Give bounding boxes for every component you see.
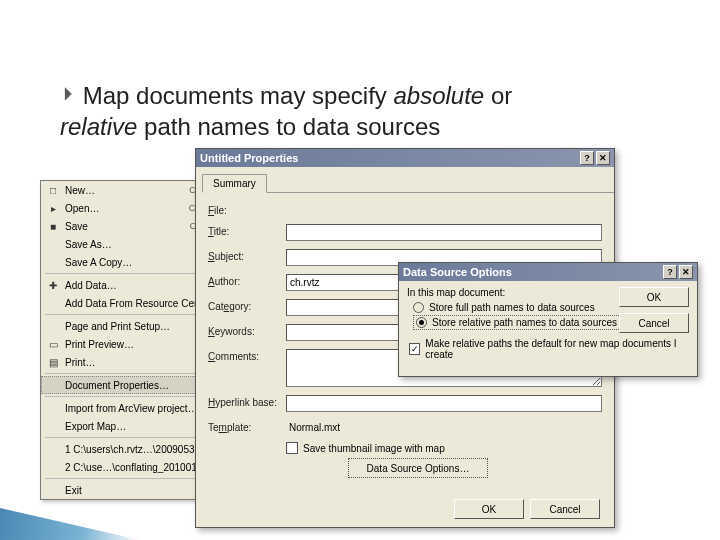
- heading-text-3: path names to data sources: [137, 113, 440, 140]
- props-ok-button[interactable]: OK: [454, 499, 524, 519]
- props-cancel-button[interactable]: Cancel: [530, 499, 600, 519]
- file-menu-item[interactable]: Page and Print Setup…: [41, 317, 219, 335]
- slide-heading: 🞂 Map documents may specify absolute or …: [60, 80, 690, 142]
- props-title: Untitled Properties: [200, 152, 298, 164]
- menu-item-label: Save As…: [65, 239, 215, 250]
- close-icon[interactable]: ✕: [679, 265, 693, 279]
- help-icon[interactable]: ?: [663, 265, 677, 279]
- menu-item-label: Page and Print Setup…: [65, 321, 215, 332]
- label-hyperlinkbase: Hyperlink base:: [208, 395, 286, 408]
- file-menu-item[interactable]: Export Map…: [41, 417, 219, 435]
- label-make-default: Make relative paths the default for new …: [425, 338, 689, 360]
- radio-icon: [416, 317, 427, 328]
- bullet-icon: 🞂: [60, 83, 76, 106]
- checkbox-save-thumbnail[interactable]: [286, 442, 298, 454]
- dso-title: Data Source Options: [403, 266, 512, 278]
- file-menu-item[interactable]: Save As…: [41, 235, 219, 253]
- menu-item-label: Save: [65, 221, 186, 232]
- menu-separator: [45, 273, 215, 274]
- menu-item-label: Print…: [65, 357, 215, 368]
- label-save-thumbnail: Save thumbnail image with map: [303, 443, 445, 454]
- dso-ok-button[interactable]: OK: [619, 287, 689, 307]
- file-menu-item[interactable]: ▤Print…: [41, 353, 219, 371]
- menu-separator: [45, 373, 215, 374]
- label-subject: Subject:: [208, 249, 286, 262]
- heading-em-absolute: absolute: [393, 82, 484, 109]
- file-menu-item[interactable]: Save A Copy…: [41, 253, 219, 271]
- menu-item-label: Save A Copy…: [65, 257, 215, 268]
- menu-item-icon: [45, 460, 61, 474]
- menu-separator: [45, 396, 215, 397]
- file-menu-item[interactable]: ▭Print Preview…: [41, 335, 219, 353]
- file-menu-item[interactable]: 2 C:\use…\conflating_20100123.mxd: [41, 458, 219, 476]
- menu-item-icon: ✚: [45, 278, 61, 292]
- menu-item-icon: [45, 378, 61, 392]
- heading-text-1: Map documents may specify: [83, 82, 394, 109]
- label-category: Category:: [208, 299, 286, 312]
- props-tabs: Summary: [202, 173, 614, 193]
- radio-full-label: Store full path names to data sources: [429, 302, 595, 313]
- menu-item-icon: [45, 296, 61, 310]
- menu-item-label: New…: [65, 185, 185, 196]
- input-hyperlinkbase[interactable]: [286, 395, 602, 412]
- file-menu-item[interactable]: ▸Open…Ctrl+O: [41, 199, 219, 217]
- menu-separator: [45, 478, 215, 479]
- menu-item-label: Print Preview…: [65, 339, 215, 350]
- menu-item-icon: [45, 237, 61, 251]
- props-titlebar[interactable]: Untitled Properties ? ✕: [196, 149, 614, 167]
- close-icon[interactable]: ✕: [596, 151, 610, 165]
- heading-em-relative: relative: [60, 113, 137, 140]
- menu-item-icon: [45, 442, 61, 456]
- label-author: Author:: [208, 274, 286, 287]
- file-menu-item[interactable]: Exit: [41, 481, 219, 499]
- label-template: Template:: [208, 420, 286, 433]
- menu-item-icon: [45, 255, 61, 269]
- file-menu: □New…Ctrl+N▸Open…Ctrl+O■SaveCtrl+SSave A…: [40, 180, 220, 500]
- menu-item-label: Open…: [65, 203, 185, 214]
- menu-item-icon: [45, 401, 61, 415]
- menu-separator: [45, 437, 215, 438]
- tab-summary[interactable]: Summary: [202, 174, 267, 193]
- menu-item-icon: □: [45, 183, 61, 197]
- menu-item-icon: ▭: [45, 337, 61, 351]
- menu-item-label: Export Map…: [65, 421, 215, 432]
- label-keywords: Keywords:: [208, 324, 286, 337]
- input-title[interactable]: [286, 224, 602, 241]
- radio-relative-label: Store relative path names to data source…: [432, 317, 617, 328]
- dso-titlebar[interactable]: Data Source Options ? ✕: [399, 263, 697, 281]
- label-title: Title:: [208, 224, 286, 237]
- menu-item-icon: [45, 483, 61, 497]
- label-comments: Comments:: [208, 349, 286, 362]
- menu-item-icon: ▸: [45, 201, 61, 215]
- menu-item-icon: ▤: [45, 355, 61, 369]
- value-file: [286, 203, 602, 206]
- menu-item-icon: [45, 319, 61, 333]
- checkbox-make-default[interactable]: ✓: [409, 343, 420, 355]
- menu-item-label: Document Properties…: [65, 380, 215, 391]
- menu-item-label: Add Data…: [65, 280, 215, 291]
- menu-separator: [45, 314, 215, 315]
- menu-item-label: Exit: [65, 485, 215, 496]
- file-menu-item[interactable]: ■SaveCtrl+S: [41, 217, 219, 235]
- file-menu-item[interactable]: Document Properties…: [41, 376, 219, 394]
- data-source-options-button[interactable]: Data Source Options…: [348, 458, 488, 478]
- menu-item-icon: ■: [45, 219, 61, 233]
- menu-item-label: Add Data From Resource Center…: [65, 298, 215, 309]
- file-menu-item[interactable]: Add Data From Resource Center…: [41, 294, 219, 312]
- label-file: File:: [208, 203, 286, 216]
- menu-item-label: Import from ArcView project…: [65, 403, 215, 414]
- dso-cancel-button[interactable]: Cancel: [619, 313, 689, 333]
- file-menu-item[interactable]: □New…Ctrl+N: [41, 181, 219, 199]
- menu-item-label: 2 C:\use…\conflating_20100123.mxd: [65, 462, 215, 473]
- file-menu-item[interactable]: Import from ArcView project…: [41, 399, 219, 417]
- value-template: Normal.mxt: [286, 420, 602, 434]
- data-source-options-dialog: Data Source Options ? ✕ In this map docu…: [398, 262, 698, 377]
- file-menu-item[interactable]: ✚Add Data…: [41, 276, 219, 294]
- menu-item-icon: [45, 419, 61, 433]
- help-icon[interactable]: ?: [580, 151, 594, 165]
- file-menu-item[interactable]: 1 C:\users\ch.rvtz…\20090538.mxd: [41, 440, 219, 458]
- menu-item-label: 1 C:\users\ch.rvtz…\20090538.mxd: [65, 444, 215, 455]
- decorative-swoosh: [0, 500, 140, 540]
- radio-icon: [413, 302, 424, 313]
- heading-text-2: or: [484, 82, 512, 109]
